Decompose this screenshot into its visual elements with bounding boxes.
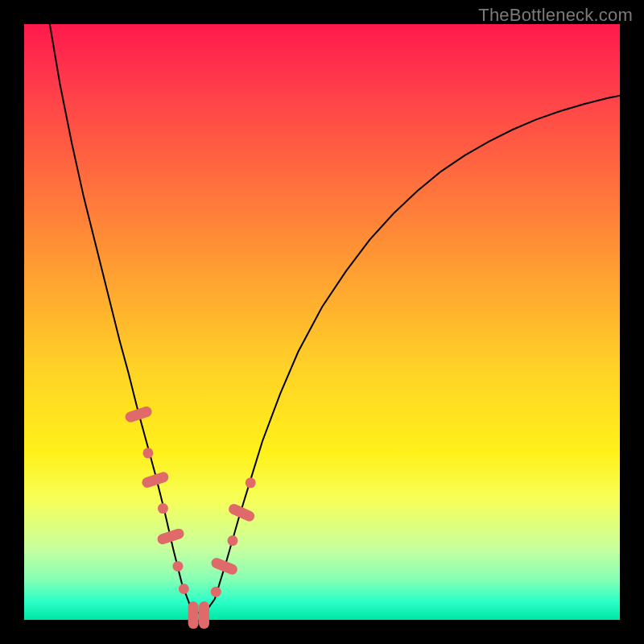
- curve-markers: [124, 405, 256, 629]
- svg-point-3: [179, 584, 189, 594]
- chart-svg: [24, 24, 620, 620]
- svg-point-1: [158, 503, 168, 514]
- svg-rect-13: [199, 601, 209, 629]
- svg-point-0: [142, 448, 153, 458]
- svg-rect-11: [227, 502, 256, 523]
- svg-rect-10: [209, 556, 238, 576]
- svg-point-4: [211, 587, 221, 597]
- svg-rect-12: [188, 601, 199, 629]
- chart-frame: TheBottleneck.com: [0, 0, 644, 644]
- watermark-text: TheBottleneck.com: [478, 5, 633, 26]
- curve-line: [50, 24, 620, 616]
- svg-point-5: [228, 535, 238, 546]
- svg-rect-9: [156, 527, 185, 546]
- svg-rect-7: [124, 405, 153, 423]
- svg-point-6: [246, 477, 256, 488]
- plot-area: [24, 24, 620, 620]
- svg-point-2: [172, 561, 183, 572]
